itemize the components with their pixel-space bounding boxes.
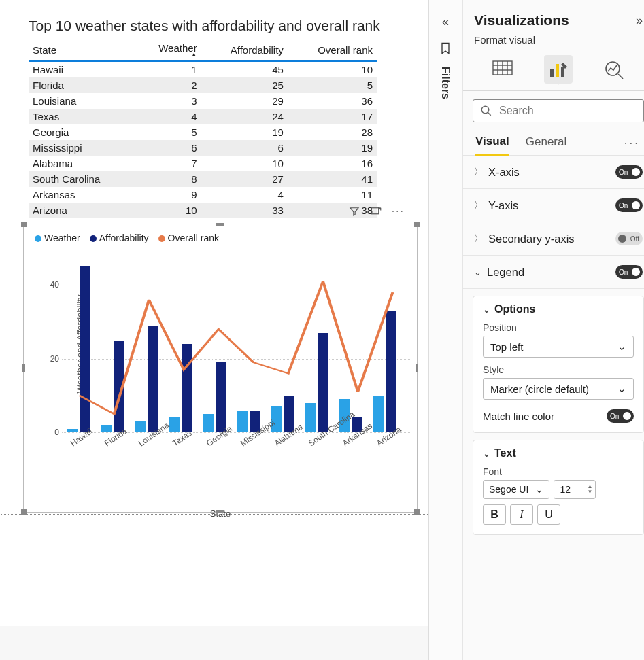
svg-rect-9: [561, 67, 564, 77]
bar-weather[interactable]: [101, 425, 112, 432]
bar-weather[interactable]: [373, 396, 384, 432]
table-row[interactable]: Alabama71016: [29, 156, 377, 171]
filters-pane-collapsed[interactable]: « Filters: [428, 0, 462, 660]
spinner-down-icon[interactable]: ▼: [587, 489, 592, 495]
column-header[interactable]: Affordability: [201, 39, 288, 61]
tab-general[interactable]: General: [526, 133, 566, 154]
analytics-tab-icon[interactable]: [600, 55, 628, 84]
chevron-right-icon: 〉: [474, 232, 483, 245]
table-cell: 36: [288, 93, 377, 109]
legend-marker-affordability: [90, 235, 97, 242]
card-label: X-axis: [488, 166, 520, 179]
spinner-value: 12: [560, 484, 571, 495]
chevron-down-icon: ⌄: [483, 449, 490, 459]
bar-affordability[interactable]: [114, 341, 124, 432]
bar-weather[interactable]: [67, 429, 78, 432]
legend-options-header[interactable]: ⌄Options: [483, 303, 634, 315]
bookmark-icon[interactable]: [429, 41, 462, 57]
format-visual-tab-icon[interactable]: [544, 55, 573, 84]
table-row[interactable]: Louisiana32936: [29, 93, 377, 109]
card-secondary-y-axis[interactable]: 〉Secondary y-axis Off: [463, 222, 644, 256]
legend-text-header[interactable]: ⌄Text: [483, 447, 634, 459]
y-tick-label: 0: [54, 428, 59, 437]
search-input[interactable]: [498, 104, 637, 118]
bar-weather[interactable]: [135, 421, 146, 432]
bar-affordability[interactable]: [216, 362, 226, 432]
toggle-secondary-y-axis[interactable]: Off: [615, 232, 643, 245]
italic-button[interactable]: I: [510, 504, 533, 525]
table-cell: 10: [288, 61, 377, 77]
bar-affordability[interactable]: [386, 311, 396, 432]
table-cell: 45: [201, 61, 288, 77]
table-row[interactable]: Georgia51928: [29, 124, 377, 140]
collapse-filters-icon[interactable]: «: [429, 0, 462, 29]
table-cell: 6: [135, 140, 201, 156]
expand-pane-icon[interactable]: »: [636, 14, 643, 28]
table-row[interactable]: South Carolina82741: [29, 171, 377, 187]
resize-handle[interactable]: [416, 364, 418, 372]
table-row[interactable]: Mississippi6619: [29, 140, 377, 156]
combo-chart-visual[interactable]: ··· Weather Affordability Overall rank W…: [23, 224, 418, 513]
chevron-down-icon: ⌄: [474, 267, 481, 277]
table-row[interactable]: Arkansas9411: [29, 187, 377, 203]
table-cell: 8: [135, 171, 201, 187]
toggle-y-axis[interactable]: On: [615, 198, 643, 212]
resize-handle[interactable]: [22, 364, 25, 372]
toggle-match-line-color[interactable]: On: [607, 409, 634, 423]
legend-position-select[interactable]: Top left ⌄: [483, 336, 634, 358]
filter-icon[interactable]: [348, 205, 360, 218]
bar-weather[interactable]: [169, 417, 180, 432]
tab-visual[interactable]: Visual: [475, 132, 509, 156]
table-cell: 3: [135, 93, 201, 109]
card-x-axis[interactable]: 〉X-axis On: [463, 156, 644, 189]
focus-mode-icon[interactable]: [370, 205, 382, 218]
column-header[interactable]: Overall rank: [288, 39, 377, 61]
card-legend[interactable]: ⌄Legend On: [463, 256, 644, 289]
svg-line-13: [488, 112, 491, 116]
toggle-legend[interactable]: On: [615, 265, 643, 279]
bar-weather[interactable]: [203, 414, 214, 432]
tab-more-icon[interactable]: ···: [624, 137, 641, 150]
toggle-x-axis[interactable]: On: [615, 165, 643, 179]
resize-handle[interactable]: [21, 222, 27, 227]
bar-affordability[interactable]: [182, 344, 192, 432]
card-y-axis[interactable]: 〉Y-axis On: [463, 189, 644, 222]
resize-handle[interactable]: [414, 222, 420, 227]
table-cell: 11: [288, 187, 377, 203]
font-size-spinner[interactable]: 12 ▲▼: [554, 480, 596, 499]
select-value: Top left: [490, 341, 523, 353]
table-cell: 17: [288, 109, 377, 124]
bar-weather[interactable]: [271, 406, 282, 432]
table-cell: 28: [288, 124, 377, 140]
table-row[interactable]: Hawaii14510: [29, 61, 377, 77]
resize-handle[interactable]: [216, 510, 224, 513]
column-header[interactable]: Weather▲: [135, 39, 201, 61]
pane-title: Visualizations: [474, 12, 569, 29]
bar-affordability[interactable]: [318, 333, 328, 432]
resize-handle[interactable]: [216, 223, 224, 226]
bar-affordability[interactable]: [80, 266, 90, 432]
table-cell: 29: [201, 93, 288, 109]
table-cell: 5: [288, 77, 377, 93]
table-cell: 4: [201, 187, 288, 203]
legend-style-select[interactable]: Marker (circle default) ⌄: [483, 378, 634, 400]
format-search-box[interactable]: [473, 99, 644, 122]
more-options-icon[interactable]: ···: [392, 205, 405, 218]
font-family-select[interactable]: Segoe UI ⌄: [483, 480, 549, 499]
bar-weather[interactable]: [237, 411, 248, 433]
table-cell: 1: [135, 61, 201, 77]
table-row[interactable]: Arizona103338: [29, 203, 377, 218]
underline-button[interactable]: U: [537, 504, 560, 525]
table-row[interactable]: Texas42417: [29, 109, 377, 124]
svg-line-11: [618, 74, 623, 79]
build-visual-tab-icon[interactable]: [488, 55, 517, 84]
bar-weather[interactable]: [305, 403, 316, 432]
column-header[interactable]: State: [29, 39, 135, 61]
table-row[interactable]: Florida2255: [29, 77, 377, 93]
canvas-footer-area: [0, 626, 428, 660]
weather-table[interactable]: StateWeather▲AffordabilityOverall rank H…: [29, 39, 377, 218]
table-cell: Georgia: [29, 124, 135, 140]
bold-button[interactable]: B: [483, 504, 506, 525]
style-label: Style: [483, 364, 634, 375]
bar-affordability[interactable]: [148, 326, 158, 432]
